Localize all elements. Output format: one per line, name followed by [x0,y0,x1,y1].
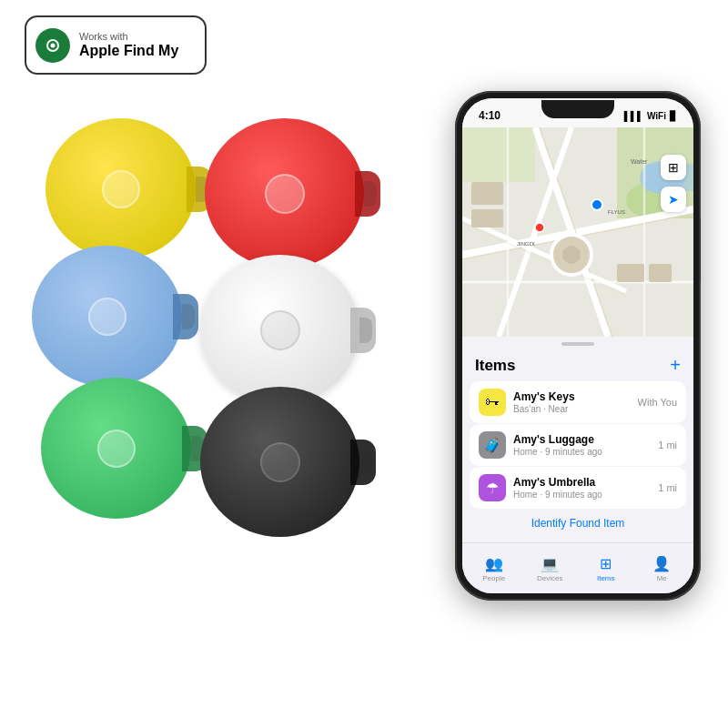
people-tab-icon: 👥 [485,555,503,572]
item-name-umbrella: Amy's Umbrella [513,476,651,489]
tracker-yellow[interactable] [46,118,196,259]
item-icon-luggage: 🧳 [479,431,506,459]
item-info-umbrella: Amy's Umbrella Home · 9 minutes ago [513,476,651,500]
find-my-logo [35,28,70,63]
tracker-green[interactable] [41,378,191,519]
item-row[interactable]: 🗝 Amy's Keys Bas'an · Near With You [470,381,686,423]
svg-rect-21 [471,182,503,205]
svg-text:JINGDI: JINGDI [517,241,535,247]
svg-text:Water: Water [631,158,648,165]
item-distance-umbrella: 1 mi [658,482,677,493]
svg-point-26 [535,223,544,232]
identify-found-item-link[interactable]: Identify Found Item [462,510,693,537]
item-sub-umbrella: Home · 9 minutes ago [513,490,651,500]
apple-find-my-badge: Works with Apple Find My [25,15,207,75]
items-header: Items + [462,346,693,381]
item-distance-luggage: 1 mi [658,440,677,450]
svg-point-25 [592,199,602,210]
locate-button[interactable]: ➤ [661,187,686,212]
items-tab-icon: ⊞ [600,555,612,572]
tracker-blue[interactable] [32,246,182,387]
svg-rect-5 [462,127,535,182]
wifi-icon: WiFi [647,111,666,121]
battery-icon: ▊ [670,111,677,121]
item-name-luggage: Amy's Luggage [513,433,651,446]
signal-icon: ▌▌▌ [624,111,643,121]
phone-side-button [700,218,701,282]
tab-me[interactable]: 👤 Me [634,555,691,582]
people-tab-label: People [482,574,505,582]
item-sub-keys: Bas'an · Near [513,404,631,414]
tab-bar: 👥 People 💻 Devices ⊞ Items 👤 Me [462,542,693,593]
status-icons: ▌▌▌ WiFi ▊ [624,111,677,121]
devices-tab-label: Devices [537,574,562,582]
item-info-keys: Amy's Keys Bas'an · Near [513,390,631,414]
svg-rect-22 [471,209,503,228]
me-tab-label: Me [657,574,667,582]
tab-devices[interactable]: 💻 Devices [522,555,579,582]
badge-text-block: Works with Apple Find My [79,31,178,59]
tracker-red[interactable] [205,118,364,268]
tab-items[interactable]: ⊞ Items [578,555,634,582]
item-icon-umbrella: ☂ [479,474,506,501]
svg-point-2 [51,43,56,47]
phone-notch [541,100,614,118]
devices-tab-icon: 💻 [541,555,559,572]
badge-works-with: Works with [79,31,178,42]
tracker-black[interactable] [200,387,359,537]
item-row-umbrella[interactable]: ☂ Amy's Umbrella Home · 9 minutes ago 1 … [470,467,686,509]
item-sub-luggage: Home · 9 minutes ago [513,447,651,457]
me-tab-icon: 👤 [652,555,671,572]
items-tab-label: Items [597,574,615,582]
items-title: Items [475,357,515,375]
status-time: 4:10 [479,109,500,122]
item-name-keys: Amy's Keys [513,390,631,403]
phone-screen: 4:10 ▌▌▌ WiFi ▊ [462,98,693,593]
tab-people[interactable]: 👥 People [466,555,522,582]
map-area[interactable]: Water JINGDI FLYUS ⊞ ➤ [462,127,693,337]
item-row-luggage[interactable]: 🧳 Amy's Luggage Home · 9 minutes ago 1 m… [470,424,686,466]
add-item-button[interactable]: + [670,355,681,376]
svg-text:FLYUS: FLYUS [608,209,625,215]
item-info-luggage: Amy's Luggage Home · 9 minutes ago [513,433,651,457]
phone-mockup: 4:10 ▌▌▌ WiFi ▊ [455,91,701,601]
svg-rect-24 [649,264,672,282]
tracker-white[interactable] [200,255,359,405]
map-type-button[interactable]: ⊞ [661,155,686,180]
item-distance-keys: With You [638,397,677,408]
trackers-area [27,118,373,555]
items-panel: Items + 🗝 Amy's Keys Bas'an · Near With … [462,337,693,542]
badge-title: Apple Find My [79,42,178,59]
item-icon-keys: 🗝 [479,389,506,416]
svg-point-17 [562,246,581,264]
svg-rect-23 [617,264,644,282]
